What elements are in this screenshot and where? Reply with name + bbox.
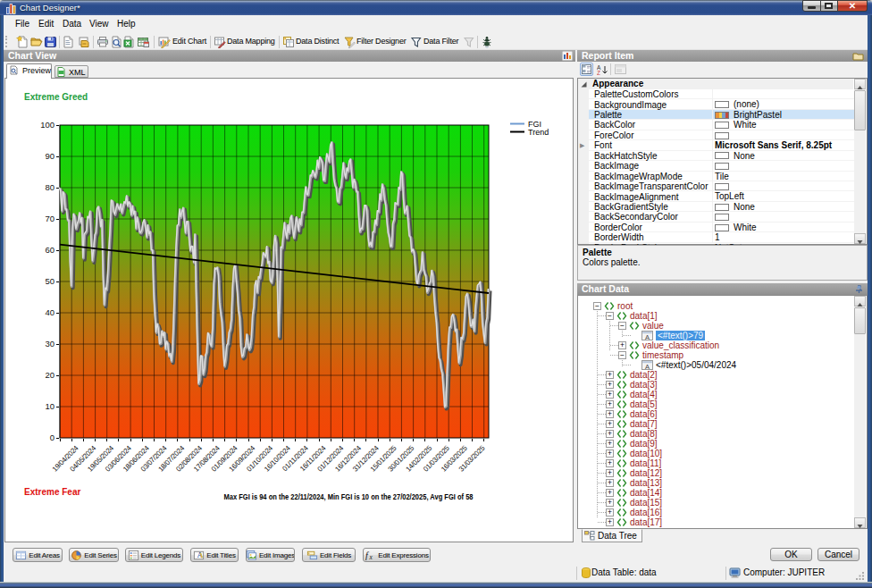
svg-text:x: x [369,553,373,561]
svg-text:60: 60 [45,245,54,255]
svg-text:10: 10 [45,401,54,411]
svg-text:20: 20 [45,370,54,380]
svg-text:Extreme Fear: Extreme Fear [24,487,80,497]
svg-text:Z: Z [597,70,600,75]
svg-text:70: 70 [45,214,54,223]
svg-text:0: 0 [50,433,54,442]
svg-text:Max FGI is 94 on the 22/11/202: Max FGI is 94 on the 22/11/2024, Min FGI… [224,492,474,501]
svg-text:80: 80 [45,182,54,192]
svg-text:100: 100 [40,120,54,130]
svg-text:30: 30 [45,339,54,349]
svg-text:Extreme Greed: Extreme Greed [24,92,88,102]
svg-text:A: A [645,363,650,371]
svg-text:40: 40 [45,307,54,317]
svg-text:90: 90 [45,151,54,161]
svg-text:A: A [645,333,650,341]
svg-text:Trend: Trend [528,128,549,137]
svg-text:50: 50 [45,276,54,286]
